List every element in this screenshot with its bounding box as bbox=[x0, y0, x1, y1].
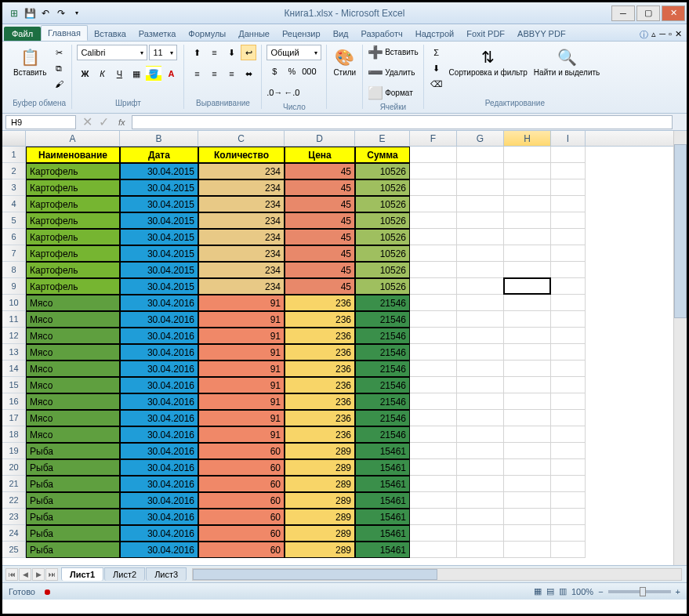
data-cell[interactable]: 45 bbox=[285, 262, 355, 278]
data-cell[interactable]: 30.04.2015 bbox=[120, 278, 198, 295]
empty-cell[interactable] bbox=[457, 328, 504, 344]
data-cell[interactable]: 234 bbox=[198, 179, 285, 196]
tab-вид[interactable]: Вид bbox=[327, 27, 355, 41]
data-cell[interactable]: 30.04.2015 bbox=[120, 179, 198, 196]
col-header-I[interactable]: I bbox=[551, 131, 586, 146]
sheet-tab-Лист1[interactable]: Лист1 bbox=[61, 567, 103, 581]
data-cell[interactable]: Картофель bbox=[26, 278, 120, 295]
paste-button[interactable]: 📋 Вставить bbox=[12, 45, 48, 78]
empty-cell[interactable] bbox=[504, 377, 551, 393]
autosum-button[interactable]: Σ bbox=[429, 45, 444, 60]
data-cell[interactable]: 234 bbox=[198, 196, 285, 212]
data-cell[interactable]: 45 bbox=[285, 245, 355, 262]
row-header-24[interactable]: 24 bbox=[2, 525, 26, 542]
data-cell[interactable]: 30.04.2015 bbox=[120, 163, 198, 179]
accept-formula-icon[interactable]: ✓ bbox=[96, 114, 112, 129]
empty-cell[interactable] bbox=[551, 492, 586, 509]
empty-cell[interactable] bbox=[457, 542, 504, 558]
data-cell[interactable]: 30.04.2016 bbox=[120, 426, 198, 443]
empty-cell[interactable] bbox=[457, 410, 504, 426]
empty-cell[interactable] bbox=[457, 393, 504, 410]
data-cell[interactable]: 236 bbox=[285, 344, 355, 361]
empty-cell[interactable] bbox=[551, 212, 586, 229]
header-cell[interactable]: Сумма bbox=[355, 147, 410, 163]
empty-cell[interactable] bbox=[504, 492, 551, 509]
align-top-button[interactable]: ⬆ bbox=[189, 45, 205, 60]
comma-button[interactable]: 000 bbox=[301, 63, 317, 79]
data-cell[interactable]: Рыба bbox=[26, 459, 120, 476]
data-cell[interactable]: 91 bbox=[198, 295, 285, 311]
data-cell[interactable]: 10526 bbox=[355, 163, 410, 179]
clear-button[interactable]: ⌫ bbox=[429, 76, 444, 92]
data-cell[interactable]: 30.04.2016 bbox=[120, 311, 198, 328]
data-cell[interactable]: 91 bbox=[198, 311, 285, 328]
empty-cell[interactable] bbox=[457, 492, 504, 509]
data-cell[interactable]: 10526 bbox=[355, 278, 410, 295]
row-header-8[interactable]: 8 bbox=[2, 262, 26, 278]
horizontal-scrollbar[interactable] bbox=[192, 568, 682, 581]
data-cell[interactable]: 30.04.2015 bbox=[120, 196, 198, 212]
col-header-A[interactable]: A bbox=[26, 131, 120, 146]
data-cell[interactable]: 45 bbox=[285, 278, 355, 295]
empty-cell[interactable] bbox=[504, 245, 551, 262]
align-right-button[interactable]: ≡ bbox=[223, 66, 239, 82]
number-format-combo[interactable]: Общий▾ bbox=[267, 45, 321, 60]
data-cell[interactable]: Картофель bbox=[26, 245, 120, 262]
qat-more-icon[interactable]: ▾ bbox=[70, 6, 84, 20]
empty-cell[interactable] bbox=[410, 344, 457, 361]
increase-decimal-button[interactable]: .0→ bbox=[267, 85, 282, 100]
row-header-20[interactable]: 20 bbox=[2, 459, 26, 476]
zoom-in-button[interactable]: + bbox=[676, 587, 680, 596]
tab-главная[interactable]: Главная bbox=[41, 25, 88, 41]
row-header-5[interactable]: 5 bbox=[2, 212, 26, 229]
data-cell[interactable]: 30.04.2016 bbox=[120, 295, 198, 311]
cut-button[interactable]: ✂ bbox=[51, 45, 67, 60]
data-cell[interactable]: 30.04.2015 bbox=[120, 262, 198, 278]
tab-надстрой[interactable]: Надстрой bbox=[409, 27, 460, 41]
empty-cell[interactable] bbox=[504, 311, 551, 328]
empty-cell[interactable] bbox=[504, 476, 551, 492]
help-icon[interactable]: ⓘ bbox=[640, 29, 648, 41]
view-normal-icon[interactable]: ▦ bbox=[534, 586, 542, 596]
data-cell[interactable]: 234 bbox=[198, 245, 285, 262]
header-cell[interactable]: Количество bbox=[198, 147, 285, 163]
hscroll-thumb[interactable] bbox=[193, 569, 437, 580]
row-header-1[interactable]: 1 bbox=[2, 147, 26, 163]
tab-данные[interactable]: Данные bbox=[232, 27, 276, 41]
empty-cell[interactable] bbox=[551, 295, 586, 311]
header-cell[interactable]: Наименование bbox=[26, 147, 120, 163]
data-cell[interactable]: 45 bbox=[285, 163, 355, 179]
data-cell[interactable]: Мясо bbox=[26, 426, 120, 443]
empty-cell[interactable] bbox=[504, 328, 551, 344]
doc-close-icon[interactable]: ✕ bbox=[675, 29, 682, 41]
empty-cell[interactable] bbox=[504, 196, 551, 212]
data-cell[interactable]: 10526 bbox=[355, 212, 410, 229]
empty-cell[interactable] bbox=[410, 476, 457, 492]
empty-cell[interactable] bbox=[457, 245, 504, 262]
empty-cell[interactable] bbox=[410, 525, 457, 542]
data-cell[interactable]: 236 bbox=[285, 393, 355, 410]
row-header-9[interactable]: 9 bbox=[2, 278, 26, 295]
sheet-nav-last[interactable]: ⏭ bbox=[45, 568, 58, 581]
format-painter-button[interactable]: 🖌 bbox=[51, 76, 67, 92]
row-header-21[interactable]: 21 bbox=[2, 476, 26, 492]
maximize-button[interactable]: ▢ bbox=[636, 5, 660, 21]
format-cells-button[interactable]: ⬜Формат bbox=[368, 85, 413, 100]
data-cell[interactable]: 91 bbox=[198, 361, 285, 377]
row-header-7[interactable]: 7 bbox=[2, 245, 26, 262]
empty-cell[interactable] bbox=[457, 196, 504, 212]
empty-cell[interactable] bbox=[457, 147, 504, 163]
align-middle-button[interactable]: ≡ bbox=[206, 45, 222, 60]
percent-button[interactable]: % bbox=[284, 63, 299, 79]
data-cell[interactable]: 236 bbox=[285, 328, 355, 344]
data-cell[interactable]: 91 bbox=[198, 344, 285, 361]
data-cell[interactable]: 60 bbox=[198, 509, 285, 525]
data-cell[interactable]: 21546 bbox=[355, 328, 410, 344]
empty-cell[interactable] bbox=[410, 295, 457, 311]
decrease-decimal-button[interactable]: ←.0 bbox=[284, 85, 299, 100]
empty-cell[interactable] bbox=[551, 410, 586, 426]
col-header-C[interactable]: C bbox=[198, 131, 285, 146]
name-box[interactable]: H9 bbox=[5, 115, 76, 129]
row-header-18[interactable]: 18 bbox=[2, 426, 26, 443]
empty-cell[interactable] bbox=[551, 147, 586, 163]
